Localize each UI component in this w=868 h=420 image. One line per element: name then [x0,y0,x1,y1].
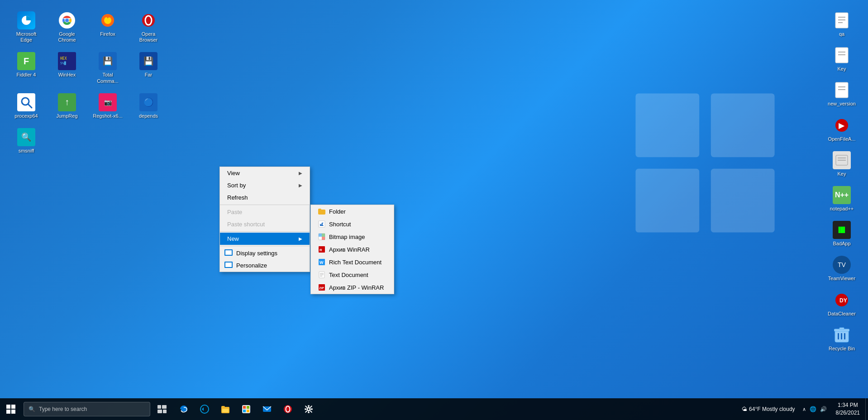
submenu-richtext[interactable]: W Rich Text Document [311,256,394,268]
icon-label-total: Total Comma... [93,72,123,84]
clock-time: 1:34 PM [838,401,858,409]
submenu-folder[interactable]: Folder [311,205,394,218]
taskbar-mail[interactable] [257,399,277,419]
desktop: Microsoft Edge Google Chrome [0,0,868,420]
winrar-icon: R [318,246,325,253]
taskbar-store[interactable] [236,399,256,419]
icon-smsniff[interactable]: 🔍 smsniff [9,126,43,156]
context-menu-display-settings[interactable]: Display settings [220,247,310,259]
icon-datacleaner[interactable]: DY DataCleaner [825,289,859,319]
icon-label-teamviewer: TeamViewer [828,276,855,282]
svg-text:W: W [320,260,324,265]
icon-label-winhex: WinHex [58,72,76,78]
tray-up-arrow[interactable]: ∧ [802,406,806,412]
taskbar-weather[interactable]: 🌤 64°F Mostly cloudy [738,406,799,412]
context-menu-paste-shortcut[interactable]: Paste shortcut [220,218,310,230]
svg-rect-1 [711,93,775,157]
taskbar-edge2[interactable] [195,399,215,419]
taskbar-search-bar[interactable]: 🔍 Type here to search [24,402,150,416]
shortcut-icon [318,220,325,228]
context-menu-personalize[interactable]: Personalize [220,259,310,272]
submenu-new: Folder Shortcut [310,205,394,294]
svg-rect-56 [11,405,15,409]
icon-label-notepadpp: notepad++ [830,206,854,212]
context-menu-paste[interactable]: Paste [220,206,310,218]
display-icon [224,249,234,257]
icon-new-version[interactable]: new_version [825,79,859,109]
personalize-icon [224,262,234,269]
svg-point-63 [200,405,209,413]
svg-rect-36 [841,333,842,339]
icon-label-smsniff: smsniff [19,148,34,154]
svg-text:ZIP: ZIP [319,286,324,290]
separator-2 [220,231,310,232]
svg-rect-39 [839,328,844,329]
taskbar-tray-icons[interactable]: ∧ 🌐 🔊 [799,406,830,412]
icon-opera[interactable]: Opera Browser [131,9,166,45]
taskbar-search-placeholder: Type here to search [39,406,87,412]
taskbar-apps [174,399,319,419]
icon-fiddler[interactable]: F Fiddler 4 [9,50,43,86]
icon-qa[interactable]: qa [825,9,859,39]
svg-rect-60 [162,405,167,409]
icon-key[interactable]: Key [825,44,859,74]
icon-label-chrome: Google Chrome [52,31,82,43]
icon-label-openfileapp: OpenFileA... [828,136,855,142]
taskbar-right: 🌤 64°F Mostly cloudy ∧ 🌐 🔊 1:34 PM 8/26/… [738,398,868,420]
submenu-shortcut[interactable]: Shortcut [311,218,394,230]
taskbar-task-view[interactable] [152,399,172,419]
icon-openfileapp[interactable]: ▶ OpenFileA... [825,114,859,144]
submenu-zip[interactable]: ZIP Архив ZIP - WinRAR [311,281,394,294]
taskbar-settings[interactable] [299,399,319,419]
icon-label-key: Key [838,66,846,72]
icon-total-commander[interactable]: 💾 Total Comma... [91,50,125,86]
icon-procexp64[interactable]: procexp64 [9,91,43,121]
icon-label-recycle-bin: Recycle Bin [829,346,855,352]
context-menu-sort-by[interactable]: Sort by ▶ [220,179,310,191]
taskbar-opera[interactable] [278,399,298,419]
svg-rect-35 [838,333,839,339]
icon-winhex[interactable]: HEX 5%▓ WinHex [50,50,84,86]
svg-rect-61 [157,410,162,413]
taskbar-explorer[interactable] [215,399,235,419]
weather-text: 64°F Mostly cloudy [749,406,795,412]
textdoc-icon [318,271,325,278]
start-button[interactable] [0,398,22,420]
icon-label-qa: qa [839,31,844,37]
submenu-bitmap[interactable]: Bitmap image [311,230,394,243]
tray-network-icon[interactable]: 🌐 [810,406,816,412]
icon-notepadpp[interactable]: N++ notepad++ [825,184,859,214]
submenu-textdoc[interactable]: Text Document [311,268,394,281]
icon-regshot[interactable]: 📷 Regshot-x6... [91,91,125,121]
icon-label-jumpreg: JumpReg [56,113,77,119]
separator-3 [220,246,310,246]
svg-text:DY: DY [839,297,847,304]
icon-firefox[interactable]: Firefox [91,9,125,45]
icon-label-firefox: Firefox [100,31,115,37]
context-menu-refresh[interactable]: Refresh [220,191,310,204]
show-desktop-button[interactable] [865,398,868,420]
icon-far[interactable]: 💾 Far [131,50,166,86]
windows-watermark [633,91,777,235]
context-menu-view[interactable]: View ▶ [220,167,310,179]
tray-sound-icon[interactable]: 🔊 [820,406,827,412]
icon-microsoft-edge[interactable]: Microsoft Edge [9,9,43,45]
svg-line-16 [28,104,32,108]
icon-badapp[interactable]: ▐█▌ BadApp [825,219,859,249]
icon-recycle-bin[interactable]: Recycle Bin [825,324,859,354]
icon-depends[interactable]: 🔵 depends [131,91,166,121]
svg-rect-58 [11,410,15,414]
context-menu: View ▶ Sort by ▶ Refresh Paste Paste sho… [219,167,310,272]
icon-google-chrome[interactable]: Google Chrome [50,9,84,45]
svg-rect-42 [319,234,322,237]
taskbar: 🔍 Type here to search [0,398,868,420]
context-menu-new[interactable]: New ▶ [220,233,310,245]
taskbar-clock[interactable]: 1:34 PM 8/26/2021 [830,398,865,420]
icon-teamviewer[interactable]: TV TeamViewer [825,253,859,284]
icon-jumpreg[interactable]: ↑ JumpReg [50,91,84,121]
submenu-winrar[interactable]: R Архив WinRAR [311,243,394,256]
icon-key2[interactable]: Key [825,149,859,179]
taskbar-edge[interactable] [174,399,194,419]
desktop-icons-left: Microsoft Edge Google Chrome [5,5,172,161]
svg-rect-0 [635,93,699,157]
